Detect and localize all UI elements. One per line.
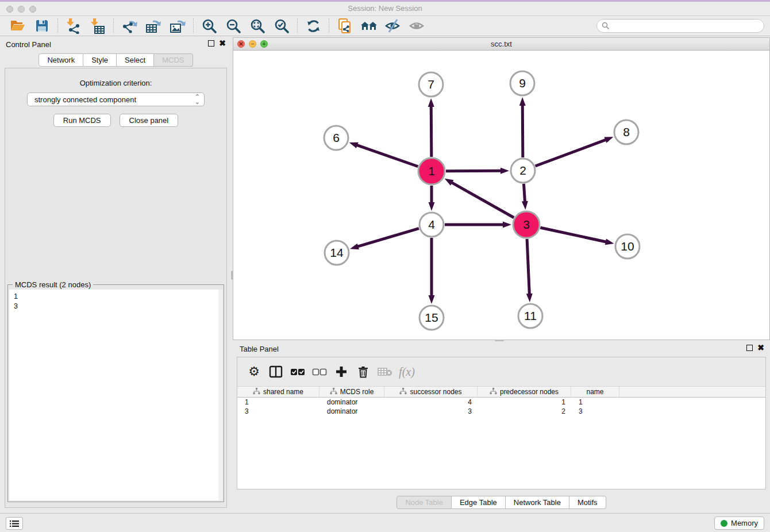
duplicate-network-icon[interactable] — [336, 18, 353, 34]
graph-edge-3-11[interactable] — [526, 239, 533, 302]
import-table-icon[interactable] — [89, 18, 106, 34]
column-header-name[interactable]: name — [571, 387, 619, 397]
show-all-icon[interactable] — [409, 18, 426, 34]
graph-node-1[interactable]: 1 — [418, 158, 445, 184]
export-table-icon[interactable] — [145, 18, 162, 34]
search-field[interactable] — [596, 19, 764, 33]
select-all-icon[interactable] — [289, 363, 306, 380]
tab-select[interactable]: Select — [117, 53, 154, 67]
graph-node-3[interactable]: 3 — [513, 211, 540, 238]
close-table-panel-icon[interactable]: ✖ — [757, 345, 764, 351]
toolbar-separator — [193, 18, 194, 33]
svg-text:7: 7 — [428, 78, 434, 91]
network-window-titlebar[interactable]: ✕ – + scc.txt — [233, 38, 769, 51]
export-network-icon[interactable] — [121, 18, 138, 34]
table-header-row[interactable]: shared nameMCDS rolesuccessor nodesprede… — [237, 386, 765, 398]
delete-table-icon — [376, 363, 394, 380]
hide-selected-icon[interactable] — [384, 18, 402, 34]
task-history-button[interactable] — [6, 517, 23, 530]
zoom-selected-icon[interactable] — [273, 18, 290, 34]
column-header-predecessor-nodes[interactable]: predecessor nodes — [478, 387, 571, 397]
mcds-result-title: MCDS result (2 nodes) — [13, 280, 93, 289]
tab-style[interactable]: Style — [83, 53, 117, 67]
refresh-view-icon[interactable] — [305, 18, 322, 34]
svg-text:8: 8 — [623, 125, 630, 138]
add-column-icon[interactable] — [333, 363, 350, 380]
graph-node-7[interactable]: 7 — [419, 72, 443, 97]
app-window: Session: New Session — [0, 0, 770, 532]
close-panel-icon[interactable]: ✖ — [219, 40, 226, 47]
control-panel: Control Panel ✖ NetworkStyleSelectMCDS O… — [0, 36, 232, 513]
tab-edge-table[interactable]: Edge Table — [452, 496, 506, 509]
table-row[interactable]: 3dominator323 — [237, 407, 765, 416]
deselect-all-icon[interactable] — [311, 363, 328, 380]
settings-gear-icon[interactable]: ⚙ — [245, 363, 263, 380]
graph-edge-4-3[interactable] — [445, 222, 511, 228]
table-cell: 1 — [478, 398, 571, 407]
table-cell: 1 — [237, 398, 319, 407]
toolbar-separator — [113, 18, 114, 33]
result-scrollbar[interactable] — [218, 290, 222, 500]
zoom-in-icon[interactable] — [201, 18, 218, 34]
column-header-MCDS-role[interactable]: MCDS role — [319, 387, 384, 397]
graph-edge-2-9[interactable] — [519, 97, 526, 157]
float-table-panel-icon[interactable] — [746, 345, 753, 351]
column-header-successor-nodes[interactable]: successor nodes — [384, 387, 478, 397]
delete-column-icon[interactable] — [355, 363, 372, 380]
graph-node-2[interactable]: 2 — [511, 159, 535, 183]
graph-edge-3-10[interactable] — [540, 228, 614, 245]
column-type-icon — [253, 388, 260, 396]
tab-node-table[interactable]: Node Table — [396, 496, 452, 509]
graph-node-9[interactable]: 9 — [510, 71, 534, 95]
network-canvas[interactable]: 1234678910111415 — [233, 51, 769, 340]
split-panel-icon[interactable] — [267, 363, 284, 380]
open-file-icon[interactable] — [9, 18, 26, 34]
graph-edge-4-15[interactable] — [429, 238, 435, 304]
graph-edge-1-4[interactable] — [429, 186, 435, 211]
tab-motifs[interactable]: Motifs — [569, 496, 606, 509]
zoom-out-icon[interactable] — [225, 18, 242, 34]
svg-text:6: 6 — [333, 131, 340, 144]
table-cell: 4 — [384, 398, 478, 407]
graph-edge-1-2[interactable] — [446, 168, 509, 174]
search-input[interactable] — [612, 22, 756, 30]
toolbar-separator — [329, 18, 329, 33]
tab-mcds[interactable]: MCDS — [154, 53, 192, 67]
criterion-dropdown[interactable]: strongly connected component ⌃⌄ — [27, 92, 205, 106]
table-cell: dominator — [319, 407, 384, 416]
close-panel-button[interactable]: Close panel — [120, 114, 179, 127]
graph-edge-4-14[interactable] — [350, 229, 419, 250]
run-mcds-button[interactable]: Run MCDS — [53, 114, 111, 127]
import-network-icon[interactable] — [65, 18, 82, 34]
float-panel-icon[interactable] — [208, 40, 214, 47]
panel-divider-grip[interactable] — [231, 271, 233, 280]
column-type-icon — [330, 388, 337, 396]
zoom-fit-icon[interactable] — [249, 18, 266, 34]
table-row[interactable]: 1dominator411 — [237, 398, 765, 407]
graph-svg: 1234678910111415 — [233, 51, 769, 340]
graph-edge-1-6[interactable] — [349, 142, 418, 167]
tab-network[interactable]: Network — [38, 53, 83, 67]
graph-node-14[interactable]: 14 — [325, 241, 349, 265]
panel-divider-grip[interactable] — [495, 340, 504, 341]
graph-node-4[interactable]: 4 — [419, 213, 444, 237]
tab-network-table[interactable]: Network Table — [506, 496, 569, 509]
graph-edge-1-7[interactable] — [428, 98, 434, 157]
column-header-shared-name[interactable]: shared name — [237, 387, 319, 397]
graph-node-10[interactable]: 10 — [615, 234, 640, 259]
graph-edge-2-3[interactable] — [522, 184, 528, 210]
graph-node-15[interactable]: 15 — [419, 306, 444, 330]
graph-node-11[interactable]: 11 — [518, 304, 542, 328]
graph-node-6[interactable]: 6 — [324, 126, 348, 150]
graph-node-8[interactable]: 8 — [614, 120, 638, 144]
first-neighbors-icon[interactable] — [360, 18, 378, 34]
memory-button[interactable]: Memory — [714, 516, 764, 530]
graph-edge-3-1[interactable] — [445, 179, 514, 218]
graph-edge-2-8[interactable] — [536, 137, 614, 166]
table-panel: Table Panel ✖ ⚙ — [233, 342, 770, 511]
table-cell: 3 — [237, 407, 319, 416]
mcds-result-textarea[interactable]: 13 — [9, 290, 222, 500]
save-session-icon[interactable] — [33, 18, 51, 34]
export-image-icon[interactable] — [169, 18, 186, 34]
memory-status-icon — [721, 520, 727, 527]
